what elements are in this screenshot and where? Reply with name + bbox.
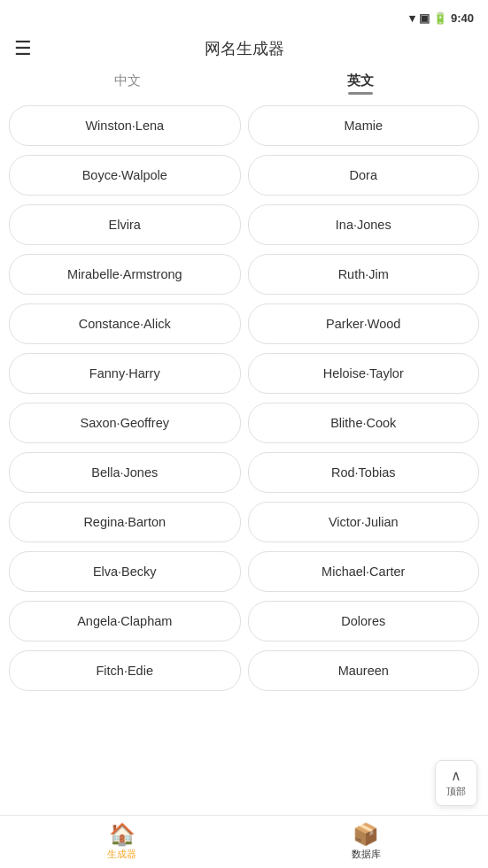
name-card-right[interactable]: Michael·Carter (248, 551, 480, 592)
name-card-right[interactable]: Parker·Wood (248, 303, 480, 344)
name-card-right[interactable]: Maureen (248, 650, 480, 691)
name-row: Winston·LenaMamie (9, 105, 479, 146)
back-to-top-arrow-icon: ∧ (451, 769, 461, 783)
name-row: ElviraIna·Jones (9, 204, 479, 245)
back-to-top-label: 顶部 (446, 785, 466, 798)
name-row: Bella·JonesRod·Tobias (9, 452, 479, 493)
name-card-left[interactable]: Winston·Lena (9, 105, 241, 146)
status-bar-icons: ▾ ▣ 🔋 9:40 (409, 12, 474, 25)
name-card-left[interactable]: Constance·Alick (9, 303, 241, 344)
name-card-right[interactable]: Ruth·Jim (248, 254, 480, 295)
back-to-top-button[interactable]: ∧ 顶部 (435, 760, 477, 806)
name-row: Angela·ClaphamDolores (9, 601, 479, 641)
name-card-left[interactable]: Fanny·Harry (9, 353, 241, 394)
page-title: 网名生成器 (205, 38, 284, 59)
database-icon: 📦 (352, 824, 379, 845)
name-row: Saxon·GeoffreyBlithe·Cook (9, 403, 479, 443)
name-card-right[interactable]: Dolores (248, 601, 480, 641)
wifi-icon: ▾ (409, 12, 415, 25)
name-card-left[interactable]: Bella·Jones (9, 452, 241, 493)
nav-item-database[interactable]: 📦 数据库 (244, 816, 489, 868)
home-icon: 🏠 (109, 824, 136, 845)
nav-label-home: 生成器 (107, 848, 136, 861)
name-card-right[interactable]: Heloise·Taylor (248, 353, 480, 394)
name-card-left[interactable]: Regina·Barton (9, 502, 241, 542)
battery-icon: 🔋 (433, 12, 447, 25)
column-headers: 中文 英文 (0, 69, 488, 102)
nav-label-database: 数据库 (352, 848, 381, 861)
col-header-chinese[interactable]: 中文 (11, 73, 244, 95)
name-list: Winston·LenaMamieBoyce·WalpoleDoraElvira… (0, 102, 488, 796)
name-card-right[interactable]: Ina·Jones (248, 204, 480, 245)
name-row: Constance·AlickParker·Wood (9, 303, 479, 344)
name-card-right[interactable]: Victor·Julian (248, 502, 480, 542)
name-card-left[interactable]: Elva·Becky (9, 551, 241, 592)
name-card-right[interactable]: Rod·Tobias (248, 452, 480, 493)
time: 9:40 (451, 12, 474, 25)
name-card-right[interactable]: Mamie (248, 105, 480, 146)
name-row: Fitch·EdieMaureen (9, 650, 479, 691)
name-row: Elva·BeckyMichael·Carter (9, 551, 479, 592)
name-card-left[interactable]: Mirabelle·Armstrong (9, 254, 241, 295)
name-card-right[interactable]: Dora (248, 155, 480, 196)
status-bar: ▾ ▣ 🔋 9:40 (0, 0, 488, 32)
name-card-left[interactable]: Elvira (9, 204, 241, 245)
bottom-nav: 🏠 生成器 📦 数据库 (0, 815, 488, 868)
nav-item-home[interactable]: 🏠 生成器 (0, 816, 244, 868)
menu-icon[interactable]: ☰ (14, 39, 32, 58)
name-row: Regina·BartonVictor·Julian (9, 502, 479, 542)
signal-icon: ▣ (419, 12, 430, 25)
name-card-left[interactable]: Fitch·Edie (9, 650, 241, 691)
name-card-right[interactable]: Blithe·Cook (248, 403, 480, 443)
app-header: ☰ 网名生成器 (0, 32, 488, 69)
col-header-english[interactable]: 英文 (244, 73, 478, 95)
name-card-left[interactable]: Saxon·Geoffrey (9, 403, 241, 443)
name-card-left[interactable]: Angela·Clapham (9, 601, 241, 641)
name-card-left[interactable]: Boyce·Walpole (9, 155, 241, 196)
name-row: Fanny·HarryHeloise·Taylor (9, 353, 479, 394)
name-row: Mirabelle·ArmstrongRuth·Jim (9, 254, 479, 295)
name-row: Boyce·WalpoleDora (9, 155, 479, 196)
